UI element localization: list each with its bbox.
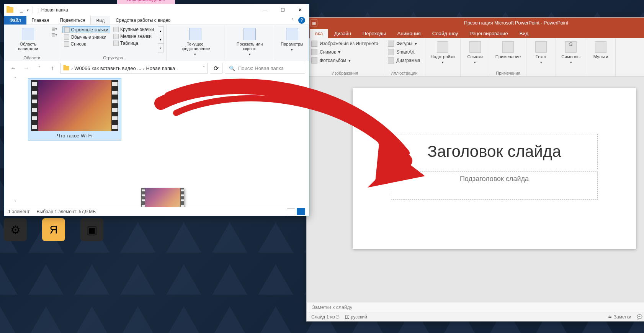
ppt-workspace[interactable]: Заголовок слайда Подзаголовок слайда [307, 77, 644, 302]
search-input[interactable]: 🔍 Поиск: Новая папка [225, 63, 305, 73]
up-button[interactable]: ↑ [47, 63, 58, 73]
view-details[interactable]: Таблица [112, 40, 155, 46]
view-list[interactable]: Список [62, 41, 110, 47]
ppt-title-text: Презентация Microsoft PowerPoint - Power… [464, 20, 568, 26]
nav-scroll: ˄ ˅ [4, 75, 26, 207]
tab-transitions[interactable]: Переходы [357, 29, 391, 38]
gallery-down-icon[interactable]: ▾ [158, 35, 163, 44]
chevron-down-icon[interactable]: ˅ [203, 66, 205, 71]
store-icon [437, 41, 448, 53]
options-icon [286, 28, 298, 40]
gallery-up-icon[interactable]: ▴ [158, 27, 163, 35]
options-button[interactable]: Параметры▾ [278, 26, 306, 53]
shapes-icon [388, 41, 394, 47]
view-large[interactable]: Крупные значки [112, 26, 155, 33]
group-label: Структура [103, 55, 123, 60]
ppt-tabstrip: вка Дизайн Переходы Анимация Слайд-шоу Р… [307, 28, 644, 38]
gallery-more-icon[interactable]: ▿ [158, 44, 163, 52]
media-button[interactable]: Мульти [589, 40, 612, 60]
comment-button[interactable]: Примечание [493, 40, 523, 60]
details-view-button[interactable] [287, 208, 295, 215]
breadcrumb[interactable]: › W0066 как вставить видео ... › Новая п… [60, 63, 208, 73]
comments-toggle[interactable]: 💬 Примечания [637, 314, 644, 320]
close-button[interactable]: ✕ [291, 4, 309, 16]
photo-album-button[interactable]: Фотоальбом ▾ [310, 57, 352, 64]
desktop-icon[interactable]: ▣ [80, 218, 103, 241]
shapes-button[interactable]: Фигуры ▾ [386, 40, 418, 47]
smartart-button[interactable]: SmartArt [386, 48, 416, 56]
view-small[interactable]: Мелкие значки [112, 33, 155, 39]
current-view-button[interactable]: Текущее представление▾ [169, 26, 222, 58]
group-label: Области [23, 55, 40, 60]
slide-counter: Слайд 1 из 2 [311, 314, 339, 320]
addins-button[interactable]: Надстройки▾ [428, 40, 457, 66]
maximize-button[interactable]: ☐ [274, 4, 291, 16]
table-icon [113, 41, 119, 46]
tab-insert[interactable]: вка [310, 29, 328, 38]
ribbon-tabs: Файл Главная Поделиться Вид Средства раб… [4, 16, 309, 25]
thumbnails-view-button[interactable] [297, 208, 305, 215]
tab-share[interactable]: Поделиться [54, 16, 90, 24]
breadcrumb-item[interactable]: W0066 как вставить видео ... [74, 65, 141, 71]
tab-animations[interactable]: Анимация [392, 29, 426, 38]
online-images-button[interactable]: Изображения из Интернета [310, 40, 380, 47]
thumb-l-icon [113, 27, 119, 32]
qat-menu-icon[interactable]: ▾ [25, 8, 30, 12]
item-count: 1 элемент [8, 209, 30, 214]
columns-icon [189, 28, 201, 40]
explorer-window: Воспроизведение ▁ ▾ | Новая папка — ☐ ✕ … [4, 4, 309, 216]
video-file-item[interactable]: Что такое Wi-Fi [28, 78, 121, 140]
back-button[interactable]: ← [8, 63, 19, 73]
show-hide-button[interactable]: Показать или скрыть▾ [227, 26, 273, 58]
text-button[interactable]: Текст▾ [530, 40, 552, 66]
tab-home[interactable]: Главная [26, 16, 55, 24]
context-tab[interactable]: Воспроизведение [117, 0, 175, 4]
scroll-up-icon[interactable]: ˄ [14, 77, 16, 82]
screenshot-button[interactable]: Снимок ▾ [310, 48, 342, 56]
notes-toggle[interactable]: ≐ Заметки [608, 314, 631, 320]
chart-button[interactable]: Диаграмма [386, 57, 422, 64]
links-button[interactable]: Ссылки▾ [464, 40, 487, 66]
refresh-button[interactable]: ⟳ [210, 63, 222, 73]
minimize-button[interactable]: — [256, 4, 274, 16]
nav-pane-button[interactable]: Область навигации [7, 26, 50, 52]
tab-design[interactable]: Дизайн [329, 29, 356, 38]
notes-pane[interactable]: Заметки к слайду [307, 302, 644, 312]
thumb-xl-icon [64, 27, 70, 33]
ppt-titlebar[interactable]: ▦ Презентация Microsoft PowerPoint - Pow… [307, 18, 644, 28]
tab-file[interactable]: Файл [4, 16, 26, 24]
ppt-statusbar: Слайд 1 из 2 🕮 русский ≐ Заметки 💬 Приме… [307, 312, 644, 321]
recent-button[interactable]: ˅ [34, 63, 45, 73]
collapse-ribbon-icon[interactable]: ˄ [290, 18, 295, 22]
folder-icon [7, 7, 13, 13]
view-extra-large[interactable]: Огромные значки [62, 26, 110, 33]
comment-icon [502, 41, 514, 53]
subtitle-placeholder[interactable]: Подзаголовок слайда [391, 171, 598, 200]
language-indicator[interactable]: 🕮 русский [345, 314, 367, 320]
textbox-icon [535, 41, 547, 53]
help-icon[interactable]: ? [298, 17, 305, 24]
tab-review[interactable]: Рецензирование [464, 29, 513, 38]
breadcrumb-item[interactable]: Новая папка [146, 65, 175, 71]
group-label: Примечания [493, 71, 523, 75]
tab-video-tools[interactable]: Средства работы с видео [110, 16, 176, 24]
desktop-icon[interactable]: Я [42, 218, 65, 241]
forward-button[interactable]: → [21, 63, 32, 73]
explorer-titlebar[interactable]: ▁ ▾ | Новая папка — ☐ ✕ [4, 4, 309, 16]
tab-view[interactable]: Вид [90, 16, 110, 24]
address-bar: ← → ˅ ↑ › W0066 как вставить видео ... ›… [4, 61, 309, 75]
slide-canvas[interactable]: Заголовок слайда Подзаголовок слайда [353, 88, 636, 249]
explorer-ribbon: Область навигации ▦▾ ▥▾ Области Огромные… [4, 25, 309, 61]
title-placeholder[interactable]: Заголовок слайда [391, 134, 598, 169]
tab-slideshow[interactable]: Слайд-шоу [427, 29, 463, 38]
desktop-icon[interactable]: ⚙ [4, 218, 27, 241]
tab-view[interactable]: Вид [514, 29, 534, 38]
qat-menu-icon[interactable]: ▁ [18, 8, 25, 12]
chart-icon [388, 57, 394, 64]
symbols-button[interactable]: ΩСимволы▾ [559, 40, 583, 66]
file-list[interactable]: Что такое Wi-Fi [26, 75, 309, 207]
folder-icon [63, 66, 69, 70]
scroll-down-icon[interactable]: ˅ [14, 200, 16, 205]
view-medium[interactable]: Обычные значки [62, 34, 110, 40]
ppt-qat-icon[interactable]: ▦ [311, 20, 317, 26]
